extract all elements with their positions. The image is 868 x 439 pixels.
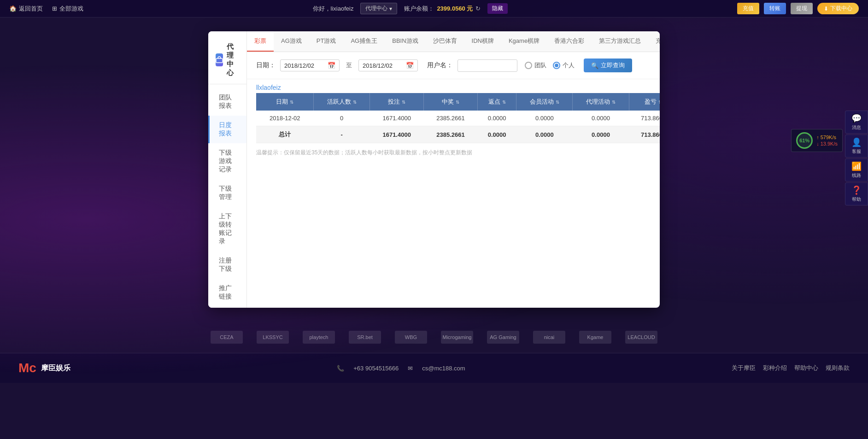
th-bets[interactable]: 投注⇅: [370, 93, 424, 111]
cell-rebates: 0.0000: [477, 111, 516, 126]
transfer-button[interactable]: 转账: [764, 3, 786, 14]
table-username: llxlaofeiz: [256, 84, 281, 91]
search-icon: 🔍: [591, 62, 598, 69]
home-link[interactable]: 🏠 返回首页: [9, 5, 43, 13]
footer-link-规则条款[interactable]: 规则条款: [826, 364, 850, 372]
all-games-label: 全部游戏: [59, 5, 83, 13]
calendar-to-icon[interactable]: 📅: [406, 62, 414, 69]
username-row: llxlaofeiz: [247, 79, 660, 93]
th-member_activity[interactable]: 会员活动⇅: [516, 93, 573, 111]
sidebar-item-register-downline[interactable]: 注册下级: [208, 251, 246, 279]
float-btn-help[interactable]: ❓ 帮助: [845, 182, 868, 205]
th-profit[interactable]: 盈亏⇅: [629, 93, 660, 111]
sort-icon: ⇅: [290, 100, 293, 105]
balance-label: 账户余额：: [404, 5, 434, 13]
tab-ag-games[interactable]: AG游戏: [274, 31, 309, 52]
download-icon: ⬇: [824, 6, 828, 12]
home-label: 返回首页: [19, 5, 43, 13]
withdraw-button[interactable]: 提现: [791, 3, 813, 14]
hide-button[interactable]: 隐藏: [487, 3, 508, 14]
total-cell-bets: 1671.4000: [370, 126, 424, 143]
search-button[interactable]: 🔍 立即查询: [584, 59, 632, 72]
sort-icon: ⇅: [402, 100, 405, 105]
tab-ag-fishing[interactable]: AG捕鱼王: [343, 31, 385, 52]
top-nav: 🏠 返回首页 ⊞ 全部游戏 你好，lixiaofeiz 代理中心 ▾ 账户余额：…: [0, 0, 868, 18]
partner-logo-ceza: CEZA: [211, 331, 243, 344]
cell-profit: 713.8661: [629, 111, 660, 126]
cell-active_users: 0: [314, 111, 370, 126]
total-cell-active_users: -: [314, 126, 370, 143]
tab-pt-games[interactable]: PT游戏: [309, 31, 344, 52]
agent-center-button[interactable]: 代理中心 ▾: [360, 3, 397, 14]
tab-bbin-games[interactable]: BBIN游戏: [385, 31, 425, 52]
partner-logo-nicai: nicai: [533, 331, 565, 344]
cell-prizes: 2385.2661: [424, 111, 478, 126]
sort-icon: ⇅: [353, 100, 357, 105]
radio-team[interactable]: 团队: [525, 61, 546, 70]
tab-third-party[interactable]: 第三方游戏汇总: [592, 31, 648, 52]
float-btn-service[interactable]: 👤 客服: [845, 135, 868, 158]
sidebar-item-game-records[interactable]: 下级游戏记录: [208, 143, 246, 179]
partner-logo-microgaming: Microgaming: [441, 331, 473, 344]
total-cell-agent_activity: 0.0000: [573, 126, 629, 143]
sidebar-item-team-report[interactable]: 团队报表: [208, 88, 246, 116]
footer-email: cs@mc188.com: [422, 365, 465, 372]
partner-logo-playtech: playtech: [303, 331, 335, 344]
content-area: 彩票AG游戏PT游戏AG捕鱼王BBIN游戏沙巴体育IDN棋牌Kgame棋牌香港六…: [247, 31, 660, 308]
main-content: 代理中心 团队报表日度报表下级游戏记录下级管理上下级转账记录注册下级推广链接 彩…: [0, 18, 868, 322]
date-label: 日期：: [256, 61, 276, 70]
upload-value: ↑ 579K/s: [816, 135, 836, 140]
footer-link-帮助中心[interactable]: 帮助中心: [794, 364, 818, 372]
th-agent_activity[interactable]: 代理活动⇅: [573, 93, 629, 111]
top-nav-right: 充值 转账 提现 ⬇ 下载中心: [737, 3, 859, 14]
sidebar-item-daily-report[interactable]: 日度报表: [208, 116, 246, 143]
footer-link-彩种介绍[interactable]: 彩种介绍: [763, 364, 787, 372]
svg-rect-0: [216, 59, 223, 63]
top-nav-center: 你好，lixiaofeiz 代理中心 ▾ 账户余额： 2399.0560 元 ↻…: [313, 3, 508, 14]
recharge-button[interactable]: 充值: [737, 3, 759, 14]
tip-text: 温馨提示：仅保留最近35天的数据；活跃人数每小时获取最新数据，按小时整点更新数据: [247, 143, 660, 162]
th-active_users[interactable]: 活跃人数⇅: [314, 93, 370, 111]
sidebar-item-transfer-records[interactable]: 上下级转账记录: [208, 207, 246, 251]
sort-icon: ⇅: [502, 100, 506, 105]
radio-personal[interactable]: 个人: [553, 61, 575, 70]
th-date[interactable]: 日期⇅: [256, 93, 314, 111]
download-button[interactable]: ⬇ 下载中心: [817, 3, 859, 14]
tab-kgame-chess[interactable]: Kgame棋牌: [501, 31, 547, 52]
date-separator: 至: [346, 61, 352, 70]
float-btn-message[interactable]: 💬 消息: [845, 111, 868, 134]
radio-circle-team: [525, 62, 532, 69]
float-icon-help: ❓: [851, 185, 862, 195]
float-label-message: 消息: [852, 124, 861, 131]
tab-saba-sports[interactable]: 沙巴体育: [426, 31, 464, 52]
data-table: 日期⇅活跃人数⇅投注⇅中奖⇅返点⇅会员活动⇅代理活动⇅盈亏⇅ 2018-12-0…: [256, 93, 660, 143]
all-games-link[interactable]: ⊞ 全部游戏: [52, 5, 83, 13]
footer-link-关于摩臣[interactable]: 关于摩臣: [732, 364, 756, 372]
footer-links: 关于摩臣彩种介绍帮助中心规则条款: [732, 364, 850, 372]
sidebar: 代理中心 团队报表日度报表下级游戏记录下级管理上下级转账记录注册下级推广链接: [208, 31, 247, 308]
download-speed: ↓ 13.9K/s: [816, 141, 838, 146]
date-to-input[interactable]: [363, 62, 404, 69]
username-input[interactable]: [457, 59, 517, 72]
footer-contact: 📞 +63 9054515666 ✉ cs@mc188.com: [337, 365, 465, 372]
float-icon-message: 💬: [851, 113, 862, 123]
tab-recharge-data[interactable]: 充提数据: [648, 31, 660, 52]
home-icon: 🏠: [9, 5, 17, 12]
th-rebates[interactable]: 返点⇅: [477, 93, 516, 111]
tab-hk-lottery[interactable]: 香港六合彩: [547, 31, 592, 52]
date-from-input[interactable]: [284, 62, 326, 69]
table-row: 2018-12-0201671.40002385.26610.00000.000…: [256, 111, 660, 126]
th-prizes[interactable]: 中奖⇅: [424, 93, 478, 111]
date-to-wrapper: 📅: [358, 59, 418, 71]
calendar-from-icon[interactable]: 📅: [328, 62, 335, 69]
sidebar-item-promo-link[interactable]: 推广链接: [208, 279, 246, 306]
user-label: 用户名：: [427, 61, 453, 70]
sidebar-title: 代理中心: [227, 42, 239, 77]
top-nav-left: 🏠 返回首页 ⊞ 全部游戏: [9, 5, 83, 13]
sidebar-header: 代理中心: [208, 36, 246, 84]
sidebar-item-manage-downline[interactable]: 下级管理: [208, 179, 246, 207]
float-btn-network[interactable]: 📶 线路: [845, 158, 868, 181]
refresh-icon[interactable]: ↻: [475, 5, 481, 12]
tab-idn-chess[interactable]: IDN棋牌: [464, 31, 501, 52]
tab-lottery[interactable]: 彩票: [247, 31, 274, 52]
